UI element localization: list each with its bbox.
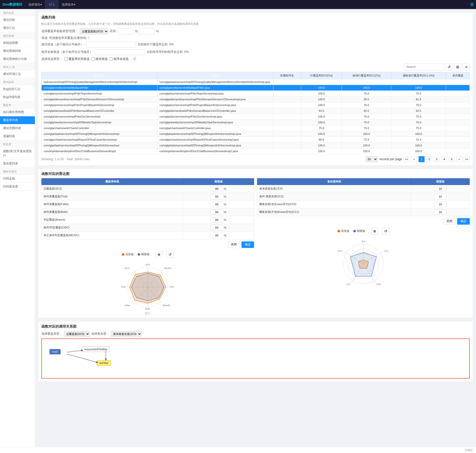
coverage-value-input[interactable]	[211, 186, 223, 192]
page-1[interactable]: 1	[419, 156, 425, 162]
sidebar-item-trend-chart[interactable]: 按钮趋势图	[0, 39, 35, 47]
coverage-value-input[interactable]	[211, 217, 223, 223]
sidebar-item-bug-summary[interactable]: Bug信息汇总	[0, 85, 35, 93]
coverage-radar-refresh[interactable]: ↺	[167, 251, 174, 258]
nav-project[interactable]: 选择项目▾	[25, 0, 45, 9]
table-row[interactable]: com/gtja/doc/service/impl/PdmDocServiceI…	[42, 114, 470, 119]
page-4[interactable]: 4	[441, 156, 447, 162]
coverage-value-input[interactable]	[211, 233, 223, 238]
refresh-button[interactable]: ↺	[446, 63, 453, 70]
coverage-type-select[interactable]: 总覆盖面面(SC0)	[80, 28, 108, 34]
table-row[interactable]: com/gtja/task/service/impl/DfTimingQMIns…	[42, 131, 470, 137]
call-coverage-select[interactable]: 总覆盖面(SC0)	[64, 331, 90, 337]
complexity-radar-refresh[interactable]: ↺	[382, 228, 389, 235]
coverage-radar-expand[interactable]: ⊕	[155, 251, 163, 258]
coverage-type-label: 条件假覆盖面(False)	[42, 200, 183, 208]
call-node-init[interactable]: <init>	[49, 349, 61, 354]
complexity-value-input[interactable]	[434, 194, 447, 199]
filter2-label: 筛选: 所选最低率未覆盖/总量按钮:	[41, 36, 87, 40]
range-from-input[interactable]	[118, 28, 133, 34]
expected-dot	[138, 253, 140, 256]
sidebar-item-bug-detail[interactable]: Bug详情列表	[0, 93, 35, 101]
complexity-close-button[interactable]: 关闭	[443, 218, 456, 225]
page-prev[interactable]: <	[411, 156, 417, 162]
sidebar-item-testcase-list[interactable]: 测试用例列表	[0, 47, 35, 55]
sidebar-item-omissions[interactable]: 遗漏列表	[0, 132, 35, 140]
table-cell	[273, 131, 301, 137]
call-coverage-label: 选择覆盖类型：	[41, 332, 62, 336]
menu-button[interactable]: ≡	[463, 63, 470, 70]
call-node-doFilter[interactable]: doFilter	[97, 360, 111, 366]
table-row[interactable]: com/gtja/oreilly/servlet/MultipartFilter…	[42, 85, 470, 90]
coverage-value-input[interactable]	[211, 194, 223, 199]
sidebar-item-project-summary[interactable]: 项目汇总	[0, 24, 35, 32]
refresh-filter-icon[interactable]: ↺	[133, 57, 136, 61]
coverage-value-input[interactable]	[211, 225, 223, 230]
table-row[interactable]: com/gtja/demand/web/PdmDemandBaseLineV2C…	[42, 108, 470, 114]
table-cell: com/gtja/demand/web/PdmDemandBaseLineV2C…	[42, 108, 157, 114]
complexity-type-label: 圈复杂度(不包含case语句)(CC1)	[257, 208, 411, 216]
sidebar-item-code-complexity[interactable]: 代码复杂度	[0, 183, 35, 191]
settings-icon[interactable]: ⚙	[470, 2, 474, 7]
table-row[interactable]: com/impl/demandImpl/in/0Doc/ChildBusines…	[42, 148, 470, 154]
sidebar-item-code-walk[interactable]: 代码走线	[0, 175, 35, 183]
checkbox-path-filter-input[interactable]	[92, 57, 95, 61]
page-2[interactable]: 2	[426, 156, 432, 162]
coverage-close-button[interactable]: 关闭	[227, 241, 240, 248]
call-node-requestSetFileMap[interactable]: requestSetFileMap	[82, 346, 110, 352]
table-row[interactable]: com/gtja/charts/web/ChartsControllercom/…	[42, 125, 470, 131]
proc-filter-input[interactable]	[95, 49, 145, 55]
sidebar-item-complexity-list[interactable]: 复杂度列表	[0, 160, 35, 168]
table-row[interactable]: task/service/impl/DfTimingQualityManagem…	[42, 79, 470, 85]
checkbox-coverage-range[interactable]: 覆盖率区间筛选	[64, 57, 90, 61]
complexity-value-input[interactable]	[434, 186, 447, 192]
sidebar-item-testcase-stats[interactable]: 测试用例统计分析	[0, 55, 35, 63]
nav-version-select[interactable]: 选择版本▾	[59, 0, 78, 9]
coverage-value-input[interactable]	[211, 209, 223, 215]
table-row[interactable]: com/gtja/pm/service/impl/PdmProjectBasei…	[42, 102, 470, 108]
search-input[interactable]	[404, 63, 444, 70]
table-row[interactable]: com/gtja/sys/service/impl/PdmTeamService…	[42, 90, 470, 96]
radar-axis-labels: SC1-	[145, 312, 151, 315]
table-cell	[446, 85, 470, 90]
page-next[interactable]: >	[456, 156, 462, 162]
page-3[interactable]: 3	[434, 156, 440, 162]
complexity-value-input[interactable]	[434, 209, 447, 215]
coverage-value-input[interactable]	[211, 202, 223, 207]
coverage-type-label: 条件/判定覆盖(C/DC)	[42, 224, 183, 231]
complexity-confirm-button[interactable]: 确定	[457, 218, 470, 225]
range-to-input[interactable]	[139, 28, 154, 34]
checkbox-coverage-range-input[interactable]	[64, 57, 68, 61]
sidebar-section-coverage: 覆盖率 按日期长势势图 覆盖率列表 测试范围列表 遗漏列表	[0, 101, 35, 140]
table-cell: com/gtja/weekly/service/impl/DfWeeklyTas…	[157, 119, 273, 125]
complexity-value-input[interactable]	[434, 202, 447, 207]
complexity-radar-expand[interactable]: ⊕	[371, 228, 378, 235]
table-row[interactable]: com/gtja/task/service/impl/DfTimingQMIns…	[42, 142, 470, 148]
sidebar-item-complexity-stats[interactable]: 函数/类/文件复杂度统计	[0, 147, 35, 160]
path-filter-input[interactable]	[86, 42, 136, 48]
table-cell: 75.0	[301, 125, 342, 131]
coverage-config-row: 判定覆盖(Branch) %	[42, 216, 254, 224]
table-row[interactable]: com/gtja/demand/service/impl/PdmDemandVe…	[42, 96, 470, 102]
checkbox-proc-filter-input[interactable]	[110, 57, 113, 61]
page-first[interactable]: <<	[404, 156, 410, 162]
sidebar-item-daily-trend[interactable]: 按日期长势势图	[0, 108, 35, 116]
table-cell: 100.0	[342, 131, 391, 137]
page-5[interactable]: 5	[449, 156, 455, 162]
call-complexity-select[interactable]: 基本路复杂度(JC0)	[111, 331, 142, 337]
grid-view-button[interactable]: ⊞	[454, 63, 461, 70]
per-page-select[interactable]: 50 100	[365, 156, 378, 162]
sidebar-item-project-target[interactable]: 项目目标	[0, 16, 35, 24]
coverage-confirm-button[interactable]: 确定	[242, 241, 254, 248]
checkbox-proc-filter[interactable]: 程序名筛选	[110, 57, 129, 61]
page-last[interactable]: >>	[464, 156, 470, 162]
pct-label: %	[223, 211, 226, 214]
table-row[interactable]: com/gtja/weekly/service/impl/DfWeeklyTas…	[42, 119, 470, 125]
sidebar-item-test-scope[interactable]: 测试范围列表	[0, 124, 35, 132]
coverage-radar-legend: 实采值 期望值 ⊕ ↺	[122, 251, 174, 258]
checkbox-path-filter[interactable]: 路径筛选	[92, 57, 108, 61]
table-row[interactable]: com/gtja/charts/service/impl/ReportOfTes…	[42, 137, 470, 142]
coverage-config-th2: 期望值	[183, 178, 254, 185]
sidebar-item-coverage-list[interactable]: 覆盖率列表	[0, 116, 35, 124]
sidebar-item-env-summary[interactable]: 测试环境汇总	[0, 70, 35, 78]
